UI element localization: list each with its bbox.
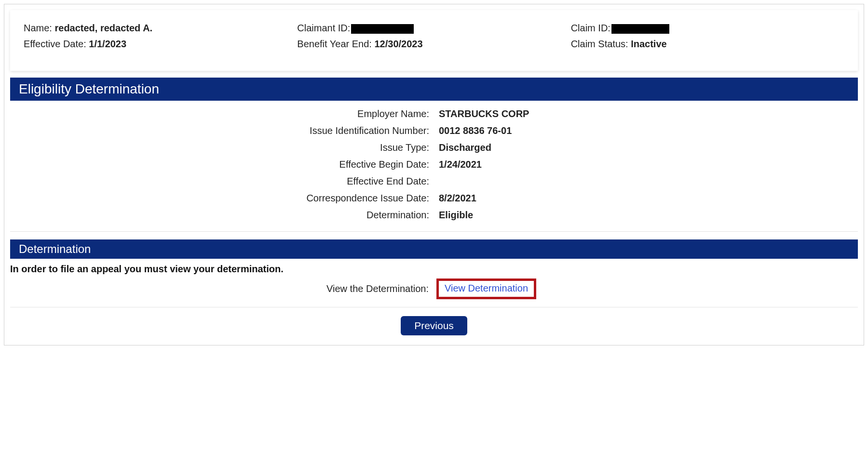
divider — [10, 231, 858, 232]
table-row: Issue Identification Number: 0012 8836 7… — [10, 122, 858, 139]
table-row: Determination: Eligible — [10, 207, 858, 224]
claimant-id-label: Claimant ID: — [297, 23, 350, 33]
claim-id-label: Claim ID: — [571, 23, 610, 33]
corr-issue-label: Correspondence Issue Date: — [10, 190, 434, 207]
issue-type-value: Discharged — [434, 139, 858, 156]
benefit-year-end-label: Benefit Year End: — [297, 39, 374, 49]
claim-id-redacted — [611, 24, 669, 34]
claim-status-value: Inactive — [631, 39, 666, 49]
eff-begin-value: 1/24/2021 — [434, 156, 858, 173]
employer-name-value: STARBUCKS CORP — [434, 106, 858, 122]
view-determination-highlight-box: View Determination — [436, 279, 536, 299]
appeal-notice-text: In order to file an appeal you must view… — [10, 264, 858, 275]
issue-type-label: Issue Type: — [10, 139, 434, 156]
determination-section-header: Determination — [10, 239, 858, 259]
claim-summary-col-2: Claimant ID: Benefit Year End: 12/30/202… — [297, 23, 570, 54]
eligibility-section-header: Eligibility Determination — [10, 78, 858, 101]
benefit-year-end-value: 12/30/2023 — [374, 39, 422, 49]
eff-begin-label: Effective Begin Date: — [10, 156, 434, 173]
employer-name-label: Employer Name: — [10, 106, 434, 122]
claim-summary-card: Name: redacted, redacted A. Effective Da… — [10, 10, 858, 71]
view-determination-link[interactable]: View Determination — [445, 283, 528, 293]
previous-button[interactable]: Previous — [401, 316, 467, 335]
view-determination-label: View the Determination: — [11, 279, 434, 299]
divider — [10, 307, 858, 307]
issue-id-value: 0012 8836 76-01 — [434, 122, 858, 139]
button-row: Previous — [10, 316, 858, 335]
claim-summary-col-3: Claim ID: Claim Status: Inactive — [571, 23, 844, 54]
view-determination-row: View the Determination: View Determinati… — [10, 278, 858, 300]
claimant-id-redacted — [351, 24, 414, 34]
claim-summary-col-1: Name: redacted, redacted A. Effective Da… — [24, 23, 297, 54]
determination-label: Determination: — [10, 207, 434, 224]
eff-end-label: Effective End Date: — [10, 173, 434, 190]
table-row: Effective Begin Date: 1/24/2021 — [10, 156, 858, 173]
corr-issue-value: 8/2/2021 — [434, 190, 858, 207]
issue-id-label: Issue Identification Number: — [10, 122, 434, 139]
name-label: Name: — [24, 23, 54, 33]
table-row: Effective End Date: — [10, 173, 858, 190]
effective-date-value: 1/1/2023 — [89, 39, 126, 49]
eligibility-details-table: Employer Name: STARBUCKS CORP Issue Iden… — [10, 106, 858, 224]
claim-status-label: Claim Status: — [571, 39, 631, 49]
table-row: Correspondence Issue Date: 8/2/2021 — [10, 190, 858, 207]
table-row: Issue Type: Discharged — [10, 139, 858, 156]
page-frame: Name: redacted, redacted A. Effective Da… — [4, 4, 864, 345]
eff-end-value — [434, 173, 858, 190]
name-value: redacted, redacted A. — [54, 23, 152, 33]
table-row: Employer Name: STARBUCKS CORP — [10, 106, 858, 122]
determination-value: Eligible — [434, 207, 858, 224]
effective-date-label: Effective Date: — [24, 39, 89, 49]
